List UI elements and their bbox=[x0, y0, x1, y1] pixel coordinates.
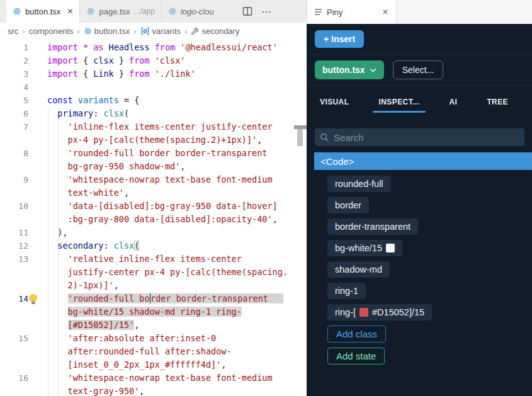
code-line[interactable]: 7 'inline-flex items-center justify-cent… bbox=[0, 120, 307, 133]
code-line[interactable]: 11 ), bbox=[0, 226, 307, 239]
chip-label: border bbox=[335, 200, 361, 210]
file-dropdown-button[interactable]: button.tsx bbox=[315, 60, 384, 79]
line-number: 6 bbox=[0, 107, 38, 120]
code-line[interactable]: 1import * as Headless from '@headlessui/… bbox=[0, 41, 307, 54]
breadcrumb-variants[interactable]: variants bbox=[140, 26, 181, 36]
search-box[interactable] bbox=[315, 128, 524, 146]
tab-page-tsx[interactable]: page.tsx .../app bbox=[80, 0, 162, 23]
panel-tab-tree[interactable]: TREE bbox=[487, 91, 508, 115]
line-number: 4 bbox=[0, 81, 38, 94]
breadcrumb-separator: › bbox=[21, 26, 25, 36]
line-number bbox=[0, 279, 38, 292]
class-chip[interactable]: ring-[#D15052]/15 bbox=[327, 304, 432, 320]
class-chip[interactable]: border-transparent bbox=[327, 218, 418, 235]
code-text: 'relative inline-flex items-center bbox=[47, 252, 242, 266]
class-chip[interactable]: rounded-full bbox=[327, 176, 391, 192]
line-number: 1 bbox=[0, 41, 38, 54]
code-line[interactable]: bg-gray-950 shadow-md', bbox=[0, 160, 307, 173]
code-element-header[interactable]: <Code> bbox=[314, 152, 532, 170]
class-chip[interactable]: ring-1 bbox=[327, 283, 366, 299]
code-line[interactable]: [inset_0_0_2px_1px_#ffffff4d]', bbox=[0, 358, 307, 371]
tab-label: button.tsx bbox=[25, 7, 60, 16]
panel-tabs: VISUALINSPECT...AITREE bbox=[307, 86, 532, 120]
code-line[interactable]: 8 'rounded-full border border-transparen… bbox=[0, 147, 307, 160]
chip-label: rounded-full bbox=[335, 179, 383, 189]
tab-logo-cloud[interactable]: logo-clou bbox=[162, 0, 232, 23]
code-text: ), bbox=[47, 226, 68, 239]
code-line[interactable]: 10 'data-[disabled]:bg-gray-950 data-[ho… bbox=[0, 200, 307, 213]
code-text: import { clsx } from 'clsx' bbox=[47, 54, 186, 67]
line-number: 3 bbox=[0, 67, 38, 81]
line-number bbox=[0, 266, 38, 279]
class-chip[interactable]: border bbox=[327, 197, 369, 213]
line-number bbox=[0, 319, 38, 332]
code-line[interactable]: after:rounded-full after:shadow- bbox=[0, 345, 307, 358]
code-line[interactable]: :bg-gray-800 data-[disabled]:opacity-40'… bbox=[0, 213, 307, 226]
add-state-button[interactable]: Add state bbox=[327, 348, 385, 365]
code-line[interactable]: px-4 py-[calc(theme(spacing.2)+1px)]', bbox=[0, 133, 307, 147]
code-line[interactable]: text-white', bbox=[0, 186, 307, 200]
lightbulb-icon[interactable] bbox=[29, 294, 37, 302]
line-number: 13 bbox=[0, 252, 38, 266]
add-class-button[interactable]: Add class bbox=[327, 325, 386, 342]
editor-tab-bar: button.tsx ✕ page.tsx .../app logo-clou … bbox=[0, 0, 307, 23]
code-line[interactable]: 4 bbox=[0, 81, 307, 94]
code-line[interactable]: 5const variants = { bbox=[0, 94, 307, 107]
code-line[interactable]: 13 'relative inline-flex items-center bbox=[0, 252, 307, 266]
code-text: 'data-[disabled]:bg-gray-950 data-[hover… bbox=[47, 200, 278, 213]
breadcrumb-src[interactable]: src bbox=[8, 26, 18, 36]
code-editor[interactable]: 1import * as Headless from '@headlessui/… bbox=[0, 39, 307, 396]
code-line[interactable]: 9 'whitespace-nowrap text-base font-medi… bbox=[0, 173, 307, 186]
scrollbar-thumb[interactable] bbox=[297, 129, 303, 146]
react-icon bbox=[86, 7, 95, 16]
class-chip[interactable]: shadow-md bbox=[327, 261, 390, 278]
wrench-icon bbox=[191, 27, 199, 35]
app-window: button.tsx ✕ page.tsx .../app logo-clou … bbox=[0, 0, 532, 396]
line-number: 15 bbox=[0, 332, 38, 345]
tab-label: page.tsx bbox=[99, 7, 130, 16]
breadcrumb-components[interactable]: components bbox=[29, 26, 74, 36]
tab-actions: ⋯ bbox=[234, 0, 281, 23]
split-editor-icon[interactable] bbox=[242, 6, 252, 16]
close-icon[interactable]: ✕ bbox=[382, 8, 388, 16]
insert-button[interactable]: + Insert bbox=[315, 30, 364, 48]
code-text: secondary: clsx( bbox=[47, 239, 139, 252]
react-icon bbox=[84, 27, 92, 35]
code-line[interactable]: 12 secondary: clsx( bbox=[0, 239, 307, 252]
line-number: 2 bbox=[0, 54, 38, 67]
breadcrumb-file[interactable]: button.tsx bbox=[84, 26, 130, 36]
code-line[interactable]: 3import { Link } from './link' bbox=[0, 67, 307, 81]
more-actions-icon[interactable]: ⋯ bbox=[261, 6, 272, 18]
chip-label: ring-[ bbox=[335, 307, 356, 317]
line-number: 10 bbox=[0, 200, 38, 213]
code-line[interactable]: 15 'after:absolute after:inset-0 bbox=[0, 332, 307, 345]
code-line[interactable]: 14 'rounded-full border border-transpare… bbox=[0, 292, 307, 305]
panel-tab-visual[interactable]: VISUAL bbox=[320, 91, 349, 115]
tab-piny[interactable]: Piny ✕ bbox=[307, 0, 397, 24]
tabbar-spacer bbox=[0, 0, 6, 23]
editor-pane: button.tsx ✕ page.tsx .../app logo-clou … bbox=[0, 0, 307, 396]
panel-tab-ai[interactable]: AI bbox=[449, 91, 457, 115]
code-line[interactable]: 16 'whitespace-nowrap text-base font-med… bbox=[0, 371, 307, 385]
line-number bbox=[0, 305, 38, 319]
search-input[interactable] bbox=[334, 132, 519, 143]
code-line[interactable]: 2import { clsx } from 'clsx' bbox=[0, 54, 307, 67]
panel-tab-label: Piny bbox=[327, 8, 342, 17]
panel-tab-inspect[interactable]: INSPECT... bbox=[379, 91, 420, 115]
code-line[interactable]: 6 primary: clsx( bbox=[0, 107, 307, 120]
code-line[interactable]: justify-center px-4 py-[calc(theme(spaci… bbox=[0, 266, 307, 279]
breadcrumb-secondary[interactable]: secondary bbox=[191, 26, 239, 36]
code-line[interactable]: 2)-1px)]', bbox=[0, 279, 307, 292]
code-line[interactable]: text-gray-950', bbox=[0, 385, 307, 396]
class-chip[interactable]: bg-white/15 bbox=[327, 240, 402, 256]
tab-button-tsx[interactable]: button.tsx ✕ bbox=[6, 0, 80, 23]
file-select-row: button.tsx Select... bbox=[307, 55, 532, 86]
code-line[interactable]: bg-white/15 shadow-md ring-1 ring- bbox=[0, 305, 307, 319]
line-number bbox=[0, 358, 38, 371]
chevron-down-icon bbox=[370, 68, 376, 72]
code-text: [#D15052]/15', bbox=[47, 319, 139, 332]
code-line[interactable]: [#D15052]/15', bbox=[0, 319, 307, 332]
select-button[interactable]: Select... bbox=[393, 60, 444, 79]
file-dropdown-label: button.tsx bbox=[322, 65, 365, 75]
close-icon[interactable]: ✕ bbox=[67, 7, 73, 16]
